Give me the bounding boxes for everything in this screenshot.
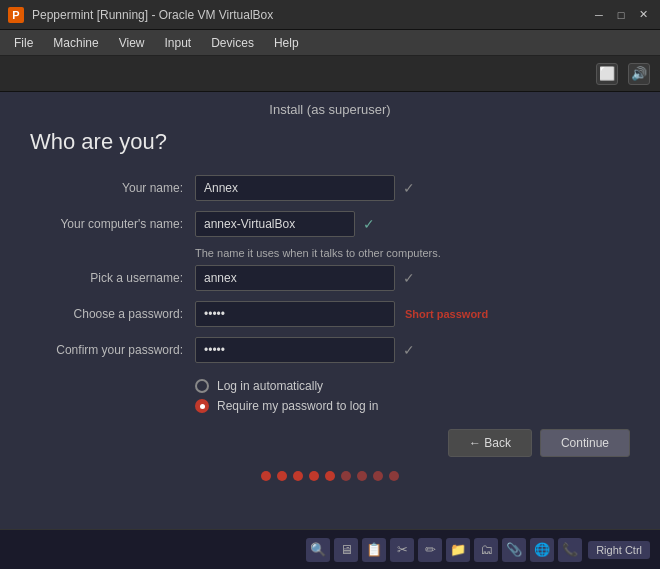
taskbar-icon-display[interactable]: 🖥 [334,538,358,562]
username-label: Pick a username: [20,271,195,285]
log-in-auto-radio[interactable] [195,379,209,393]
right-ctrl-label[interactable]: Right Ctrl [588,541,650,559]
menu-machine[interactable]: Machine [43,33,108,53]
taskbar-icon-scissors[interactable]: ✂ [390,538,414,562]
taskbar-system-icons: 🔍 🖥 📋 ✂ ✏ 📁 🗂 📎 🌐 📞 [306,538,582,562]
dot-1 [261,471,271,481]
minimize-button[interactable]: ─ [590,6,608,24]
login-options: Log in automatically Require my password… [195,379,640,413]
taskbar-icon-files[interactable]: 🗂 [474,538,498,562]
computer-name-label: Your computer's name: [20,217,195,231]
menu-help[interactable]: Help [264,33,309,53]
toolbar: ⬜ 🔊 [0,56,660,92]
dot-2 [277,471,287,481]
password-row: Choose a password: Short password [20,301,640,327]
taskbar: 🔍 🖥 📋 ✂ ✏ 📁 🗂 📎 🌐 📞 Right Ctrl [0,529,660,569]
dot-7 [357,471,367,481]
taskbar-icon-search[interactable]: 🔍 [306,538,330,562]
page-title: Who are you? [20,129,640,155]
vm-area: Install (as superuser) Who are you? Your… [0,92,660,529]
short-password-warning: Short password [405,308,488,320]
dot-3 [293,471,303,481]
computer-name-input[interactable] [195,211,355,237]
taskbar-icon-globe[interactable]: 🌐 [530,538,554,562]
dot-6 [341,471,351,481]
confirm-password-row: Confirm your password: ✓ [20,337,640,363]
computer-name-row: Your computer's name: ✓ [20,211,640,237]
maximize-button[interactable]: □ [612,6,630,24]
require-password-option[interactable]: Require my password to log in [195,399,640,413]
dot-4 [309,471,319,481]
require-password-radio[interactable] [195,399,209,413]
taskbar-icon-clipboard[interactable]: 📋 [362,538,386,562]
menu-input[interactable]: Input [155,33,202,53]
username-row: Pick a username: ✓ [20,265,640,291]
dot-8 [373,471,383,481]
taskbar-icon-attach[interactable]: 📎 [502,538,526,562]
app-icon: P [8,7,24,23]
confirm-input[interactable] [195,337,395,363]
taskbar-icon-phone[interactable]: 📞 [558,538,582,562]
your-name-check: ✓ [403,180,415,196]
screen-icon[interactable]: ⬜ [596,63,618,85]
audio-icon[interactable]: 🔊 [628,63,650,85]
back-button[interactable]: ← Back [448,429,532,457]
continue-button[interactable]: Continue [540,429,630,457]
taskbar-icon-pen[interactable]: ✏ [418,538,442,562]
your-name-label: Your name: [20,181,195,195]
menu-view[interactable]: View [109,33,155,53]
close-button[interactable]: ✕ [634,6,652,24]
dot-5 [325,471,335,481]
log-in-auto-option[interactable]: Log in automatically [195,379,640,393]
username-input[interactable] [195,265,395,291]
require-password-label: Require my password to log in [217,399,378,413]
install-header-text: Install (as superuser) [269,102,390,117]
menubar: File Machine View Input Devices Help [0,30,660,56]
computer-name-check: ✓ [363,216,375,232]
confirm-label: Confirm your password: [20,343,195,357]
window-controls: ─ □ ✕ [590,6,652,24]
dot-9 [389,471,399,481]
navigation-buttons: ← Back Continue [20,429,640,457]
form-container: Who are you? Your name: ✓ Your computer'… [0,129,660,529]
your-name-row: Your name: ✓ [20,175,640,201]
username-check: ✓ [403,270,415,286]
titlebar: P Peppermint [Running] - Oracle VM Virtu… [0,0,660,30]
log-in-auto-label: Log in automatically [217,379,323,393]
progress-dots [20,457,640,489]
window-title: Peppermint [Running] - Oracle VM Virtual… [32,8,582,22]
password-label: Choose a password: [20,307,195,321]
menu-file[interactable]: File [4,33,43,53]
password-input[interactable] [195,301,395,327]
install-header: Install (as superuser) [0,92,660,129]
menu-devices[interactable]: Devices [201,33,264,53]
taskbar-icon-folder[interactable]: 📁 [446,538,470,562]
confirm-check: ✓ [403,342,415,358]
computer-name-hint: The name it uses when it talks to other … [195,247,640,259]
your-name-input[interactable] [195,175,395,201]
